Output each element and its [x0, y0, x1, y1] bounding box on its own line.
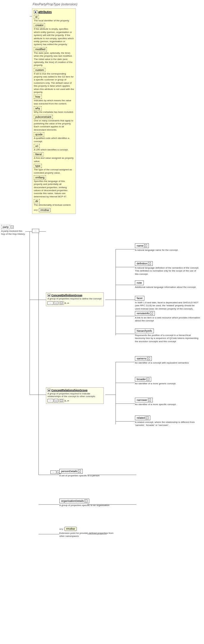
related-element: related + A related concept, where the r… [135, 415, 200, 427]
broader-expand[interactable]: + [146, 378, 149, 381]
attr-literal-label: literal [34, 152, 43, 156]
any-label: any [34, 209, 38, 211]
hierarchyinfo-label-box: hierarchyInfo [135, 329, 154, 333]
cdg-desc: A group of properties required to define… [47, 297, 102, 300]
hierarchyinfo-element: hierarchyInfo Represents the position of… [135, 329, 200, 343]
organisationdetails-label-box: organisationDetails + [59, 499, 89, 503]
facet-element: facet In NAR 1.8 and later, facet is dep… [135, 296, 200, 310]
attr-custom-label: custom [34, 68, 45, 72]
persondetails-desc: A set of properties specific to a person [59, 474, 136, 477]
left-connector: ··· [32, 229, 39, 233]
name-label-row: name + [135, 243, 200, 248]
attr-uri: uri A URI which identifies a concept. [34, 144, 74, 151]
attr-id: id The local identifier of the property. [34, 15, 74, 22]
party-expand-icon[interactable]: + [11, 226, 14, 229]
cdg-multiplicity: 0..∞ [65, 302, 69, 304]
attr-why-desc: Why the metadata has been included. [34, 111, 74, 114]
attr-type-desc: The type of the concept assigned as cont… [34, 168, 74, 175]
facet-label-row: facet [135, 296, 200, 301]
definition-expand[interactable]: + [148, 262, 151, 265]
narrower-element: narrower + An identifier of a more speci… [135, 398, 200, 406]
attr-id-desc: The local identifier of the property. [34, 19, 74, 22]
hierarchyinfo-label-row: hierarchyInfo [135, 329, 200, 333]
name-desc: A natural language name for the concept. [135, 249, 200, 252]
remoteinfo-expand[interactable]: + [150, 312, 153, 315]
narrower-desc: An identifier of a more specific concept… [135, 403, 200, 406]
bottom-any-other-box: ##other [64, 527, 77, 531]
broader-desc: An identifier of a more generic concept. [135, 382, 200, 385]
attributes-box-icon: ■ [34, 10, 37, 14]
cdg-header: ■ ConceptDefinitionGroup [47, 294, 102, 297]
attr-pubconstraint-label: pubconstraint [34, 115, 53, 119]
attr-creator-label: creator [34, 23, 45, 27]
name-label-box: name + [135, 243, 149, 248]
crg-multiplicity: 0..∞ [65, 399, 69, 402]
attr-type: type The type of the concept assigned as… [34, 164, 74, 175]
definition-element: definition + A natural language definiti… [135, 261, 200, 276]
attr-xmllang-desc: Specifies the language of this property … [34, 180, 74, 198]
attr-how-desc: Indicates by which means the value was e… [34, 99, 74, 105]
narrower-text: narrower [137, 399, 147, 402]
narrower-expand[interactable]: + [148, 399, 151, 402]
definition-label-box: definition + [135, 261, 153, 266]
related-label-row: related + [135, 415, 200, 420]
cdg-label: ConceptDefinitionGroup [51, 294, 82, 297]
organisationdetails-expand[interactable]: + [85, 499, 87, 502]
bottom-any-row: any ##other Extension point for provider… [59, 527, 119, 538]
crg-connectors: ··· ◇ + 0..∞ [47, 399, 102, 402]
attr-uri-desc: A URI which identifies a concept. [34, 148, 74, 151]
name-element: name + A natural language name for the c… [135, 243, 200, 252]
facet-label-box: facet [135, 296, 144, 301]
broader-label-row: broader + [135, 377, 200, 382]
broader-text: broader [137, 378, 146, 381]
persondetails-expand[interactable]: + [78, 470, 81, 473]
attr-type-label: type [34, 164, 42, 168]
attr-creator: creator If the attribute is empty, speci… [34, 23, 74, 46]
party-row: party + [1, 225, 26, 229]
name-text: name [137, 244, 144, 247]
attr-dir-desc: The directionality of textual content. [34, 204, 74, 207]
related-expand[interactable]: + [146, 416, 149, 419]
remoteinfo-text: remoteInfo [137, 312, 149, 315]
narrower-label-row: narrower + [135, 398, 200, 402]
organisationdetails-label-row: organisationDetails + [59, 499, 136, 503]
broader-element: broader + An identifier of a more generi… [135, 377, 200, 385]
attributes-header-label: attributes [38, 10, 52, 14]
persondetails-label-row: personDetails + [59, 469, 136, 474]
attr-pubconstraint: pubconstraint One or many constraints th… [34, 115, 74, 132]
sameas-expand[interactable]: + [147, 357, 150, 360]
attr-pubconstraint-desc: One or many constraints that apply to pu… [34, 119, 74, 132]
attr-creator-desc: If the attribute is empty, specifies whi… [34, 28, 74, 46]
diagram-container: FlexPartyPropType (extension) ■ attribut… [0, 0, 204, 644]
persondetails-label-box: personDetails + [59, 469, 83, 474]
attr-modified-label: modified [34, 47, 47, 51]
attr-dir: dir The directionality of textual conten… [34, 199, 74, 207]
remoteinfo-element: remoteInfo + A link to an item or a web … [135, 311, 200, 323]
attr-custom-desc: If set to true the corresponding propert… [34, 72, 74, 94]
definition-label-row: definition + [135, 261, 200, 266]
attr-qcode-label: qcode [34, 132, 44, 137]
attr-modified: modified The date (and, optionally, the … [34, 47, 74, 67]
remoteinfo-label-box: remoteInfo + [135, 311, 155, 316]
attr-xmllang: xmllang Specifies the language of this p… [34, 175, 74, 198]
cdg-icon: ■ [47, 294, 50, 297]
crg-conn1: ··· [47, 399, 53, 402]
page-title: FlexPartyPropType (extension) [33, 2, 77, 6]
crg-label: ConceptRelationshipsGroup [51, 389, 87, 392]
broader-label-box: broader + [135, 377, 151, 382]
remoteinfo-desc: A link to an item or a web resource whic… [135, 316, 200, 323]
name-expand[interactable]: + [144, 244, 147, 247]
crg-conn3: + [59, 399, 64, 402]
attr-how: how Indicates by which means the value w… [34, 95, 74, 105]
attr-why-label: why [34, 106, 42, 110]
related-label-box: related + [135, 415, 150, 420]
crg-icon: ■ [47, 389, 50, 392]
attr-id-label: id [34, 15, 39, 19]
sameas-label-box: sameAs + [135, 356, 152, 361]
crg-desc: A group of properties required to indica… [47, 392, 102, 398]
persondetails-text: personDetails [61, 470, 77, 473]
concept-definition-group-box: ■ ConceptDefinitionGroup A group of prop… [46, 292, 104, 306]
attr-how-label: how [34, 95, 42, 99]
attr-custom: custom If set to true the corresponding … [34, 68, 74, 94]
attr-uri-label: uri [34, 144, 40, 148]
